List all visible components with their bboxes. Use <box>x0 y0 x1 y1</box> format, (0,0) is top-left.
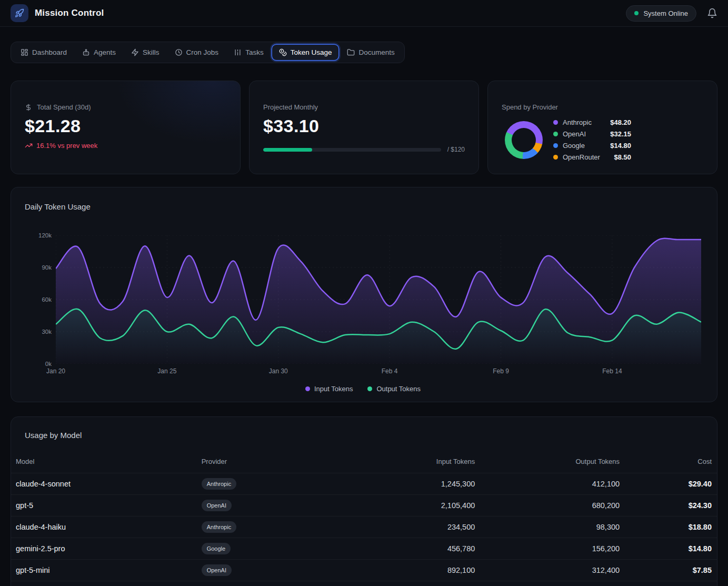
folder-icon <box>347 48 355 56</box>
cost-value: $7.85 <box>625 560 717 581</box>
output-tokens-value: 156,200 <box>480 538 625 560</box>
projected-monthly-value: $33.10 <box>263 116 465 136</box>
usage-table: Model Provider Input Tokens Output Token… <box>11 452 717 586</box>
x-axis-label: Feb 14 <box>602 368 622 375</box>
provider-badge: Anthropic <box>202 478 236 490</box>
x-axis-label: Jan 30 <box>269 368 288 375</box>
provider-name: Anthropic <box>563 118 592 126</box>
budget-progress-track <box>263 148 441 152</box>
y-axis-label: 90k <box>42 264 52 271</box>
input-tokens-value: 1,245,300 <box>323 473 481 495</box>
provider-name: OpenAI <box>563 130 586 138</box>
nav-tab-dashboard[interactable]: Dashboard <box>14 45 74 60</box>
provider-cell: Google <box>196 538 323 560</box>
nav-tab-label: Agents <box>94 48 116 56</box>
input-tokens-dot <box>305 386 310 391</box>
total-spend-label-row: Total Spend (30d) <box>25 103 226 111</box>
nav-tab-label: Cron Jobs <box>186 48 219 56</box>
nav-tab-tasks[interactable]: Tasks <box>227 45 271 60</box>
spend-by-provider-card: Spend by Provider Anthropic $48.20 OpenA… <box>487 81 717 174</box>
chart-title: Daily Token Usage <box>25 202 701 211</box>
spend-by-provider-label: Spend by Provider <box>502 103 558 111</box>
primary-nav: Dashboard Agents Skills Cron Jobs Tasks … <box>11 42 405 63</box>
provider-legend-row: OpenRouter $8.50 <box>553 153 631 161</box>
input-tokens-value: 456,780 <box>323 538 481 560</box>
table-row: gpt-5-miniOpenAI892,100312,400$7.85 <box>11 560 717 581</box>
nav-tab-label: Documents <box>358 48 394 56</box>
table-row: claude-4-haikuAnthropic234,50098,300$18.… <box>11 517 717 538</box>
coins-icon <box>279 48 287 56</box>
output-tokens-value: 312,400 <box>480 560 625 581</box>
nav-tab-skills[interactable]: Skills <box>124 45 166 60</box>
bell-icon[interactable] <box>707 8 717 18</box>
table-row: claude-4-sonnetAnthropic1,245,300412,100… <box>11 473 717 495</box>
sliders-icon <box>234 48 242 56</box>
x-axis-label: Feb 9 <box>493 368 509 375</box>
dollar-icon <box>25 104 32 111</box>
cost-value: $18.80 <box>625 517 717 538</box>
nav-tab-label: Tasks <box>245 48 264 56</box>
model-name: gemini-2.5-pro <box>11 538 196 560</box>
col-header-provider: Provider <box>196 452 323 473</box>
output-tokens-value: 412,100 <box>480 473 625 495</box>
nav-tab-documents[interactable]: Documents <box>340 45 401 60</box>
projected-monthly-label: Projected Monthly <box>263 103 318 111</box>
provider-cell: OpenAI <box>196 560 323 581</box>
col-header-cost: Cost <box>625 452 717 473</box>
output-tokens-dot <box>367 386 372 391</box>
bot-icon <box>82 48 90 56</box>
nav-tab-agents[interactable]: Agents <box>75 45 123 60</box>
model-name: gpt-5-mini <box>11 560 196 581</box>
legend-label: Output Tokens <box>376 385 421 393</box>
y-axis-label: 0k <box>45 361 52 367</box>
x-axis-label: Jan 25 <box>157 368 176 375</box>
rocket-icon <box>15 8 24 18</box>
x-axis-label: Jan 20 <box>46 368 65 375</box>
input-tokens-value: 234,500 <box>323 517 481 538</box>
cost-value: $24.30 <box>625 495 717 517</box>
provider-badge: Anthropic <box>202 521 236 533</box>
cost-value: $14.80 <box>625 538 717 560</box>
provider-name: Google <box>563 142 585 150</box>
provider-value: $14.80 <box>610 142 631 150</box>
provider-legend-row: Anthropic $48.20 <box>553 118 631 126</box>
nav-tab-cron-jobs[interactable]: Cron Jobs <box>168 45 226 60</box>
legend-output-tokens: Output Tokens <box>367 385 421 393</box>
table-row: gpt-5OpenAI2,105,400680,200$24.30 <box>11 495 717 517</box>
provider-cell: Anthropic <box>196 473 323 495</box>
input-tokens-value: 178,000 <box>323 581 481 586</box>
provider-badge: OpenAI <box>202 500 232 511</box>
provider-value: $8.50 <box>614 153 631 161</box>
clock-icon <box>175 48 183 56</box>
budget-label: / $120 <box>447 146 465 153</box>
usage-by-model-card: Usage by Model Model Provider Input Toke… <box>11 416 717 586</box>
output-tokens-value: 680,200 <box>480 495 625 517</box>
col-header-model: Model <box>11 452 196 473</box>
usage-chart-svg <box>56 235 701 364</box>
legend-input-tokens: Input Tokens <box>305 385 353 393</box>
status-online-dot <box>634 11 639 15</box>
app-logo <box>11 4 28 22</box>
y-axis-label: 120k <box>38 232 52 239</box>
provider-value: $48.20 <box>610 118 631 126</box>
col-header-output-tokens: Output Tokens <box>480 452 625 473</box>
table-header-row: Model Provider Input Tokens Output Token… <box>11 452 717 473</box>
total-spend-delta: 16.1% vs prev week <box>25 142 226 150</box>
status-badge[interactable]: System Online <box>626 5 696 22</box>
model-name: claude-4-haiku <box>11 517 196 538</box>
provider-badge: Google <box>202 543 231 554</box>
nav-tab-label: Dashboard <box>32 48 67 56</box>
legend-label: Input Tokens <box>314 385 353 393</box>
nav-tab-token-usage[interactable]: Token Usage <box>272 45 339 60</box>
table-title: Usage by Model <box>25 431 717 440</box>
projected-monthly-card: Projected Monthly $33.10 / $120 <box>249 81 479 174</box>
provider-donut-chart <box>505 121 543 159</box>
total-spend-delta-text: 16.1% vs prev week <box>36 142 97 150</box>
provider-cell: OpenAI <box>196 495 323 517</box>
page-title: Mission Control <box>35 8 104 18</box>
output-tokens-value: 66,400 <box>480 581 625 586</box>
provider-name: OpenRouter <box>563 153 600 161</box>
top-bar: Mission Control System Online <box>0 0 728 27</box>
y-axis-label: 30k <box>42 329 52 335</box>
provider-dot-openai <box>553 132 558 136</box>
